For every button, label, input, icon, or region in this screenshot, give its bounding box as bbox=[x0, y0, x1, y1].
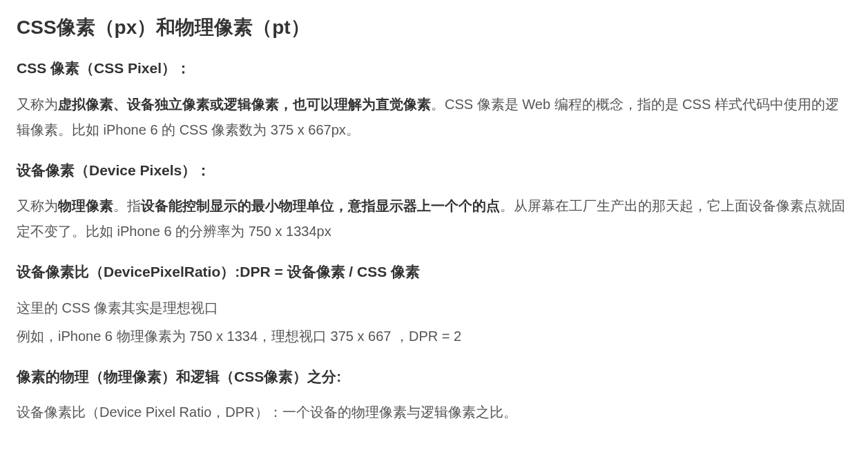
text-bold: 设备能控制显示的最小物理单位，意指显示器上一个个的点 bbox=[141, 198, 500, 213]
text-mid: 。指 bbox=[113, 198, 141, 213]
distinction-heading: 像素的物理（物理像素）和逻辑（CSS像素）之分: bbox=[17, 366, 851, 388]
main-heading: CSS像素（px）和物理像素（pt） bbox=[17, 14, 851, 41]
text-prefix: 又称为 bbox=[17, 198, 58, 213]
dpr-paragraph-2: 例如，iPhone 6 物理像素为 750 x 1334，理想视口 375 x … bbox=[17, 324, 851, 349]
css-pixel-paragraph: 又称为虚拟像素、设备独立像素或逻辑像素，也可以理解为直觉像素。CSS 像素是 W… bbox=[17, 92, 851, 143]
device-pixels-heading: 设备像素（Device Pixels）： bbox=[17, 159, 851, 182]
css-pixel-heading: CSS 像素（CSS Pixel）： bbox=[17, 57, 851, 79]
dpr-heading: 设备像素比（DevicePixelRatio）:DPR = 设备像素 / CSS… bbox=[17, 261, 851, 283]
dpr-paragraph-1: 这里的 CSS 像素其实是理想视口 bbox=[17, 295, 851, 321]
distinction-paragraph: 设备像素比（Device Pixel Ratio，DPR）：一个设备的物理像素与… bbox=[17, 400, 851, 425]
text-prefix: 又称为 bbox=[17, 97, 58, 112]
text-bold: 虚拟像素、设备独立像素或逻辑像素，也可以理解为直觉像素 bbox=[58, 97, 431, 112]
text-bold: 物理像素 bbox=[58, 198, 113, 213]
device-pixels-paragraph: 又称为物理像素。指设备能控制显示的最小物理单位，意指显示器上一个个的点。从屏幕在… bbox=[17, 193, 851, 244]
